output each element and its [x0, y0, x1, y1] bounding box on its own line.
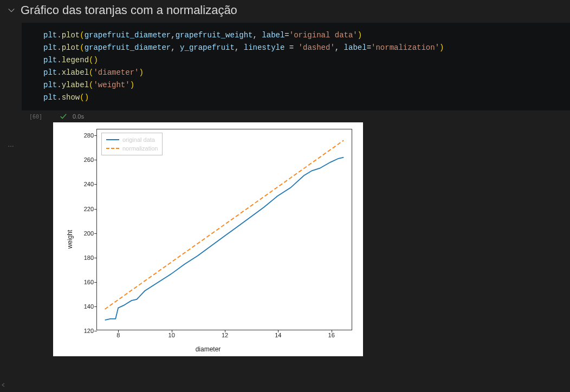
code-token: xlabel	[62, 68, 89, 77]
code-token: plt	[43, 81, 57, 89]
code-token: (	[80, 93, 84, 102]
code-token: legend	[62, 56, 89, 64]
code-token: =	[367, 43, 371, 52]
check-icon	[60, 113, 67, 120]
code-token: plt	[43, 93, 57, 102]
more-icon[interactable]: …	[8, 141, 14, 148]
code-token: label	[344, 43, 367, 52]
x-axis-label: diameter	[196, 345, 221, 353]
code-token: )	[93, 56, 98, 64]
code-token: .	[57, 43, 61, 52]
code-token: )	[85, 93, 89, 102]
legend-entry: original data	[106, 135, 158, 144]
code-token: plt	[43, 56, 57, 64]
code-token: grapefruit_weight	[176, 31, 253, 40]
execution-count: [60]	[29, 114, 42, 120]
code-token: ,	[171, 43, 175, 52]
code-token: y_grapefruit	[180, 43, 235, 52]
code-token: label	[262, 31, 284, 40]
code-token: =	[289, 43, 294, 52]
code-token: =	[284, 31, 289, 40]
cell-title: Gráfico das toranjas com a normalização	[21, 3, 237, 17]
code-token: ,	[253, 31, 257, 40]
code-token: grapefruit_diameter	[85, 31, 171, 40]
legend-swatch-solid	[106, 136, 119, 143]
code-token: ,	[335, 43, 339, 52]
code-token: )	[439, 43, 444, 52]
execution-time: 0.0s	[73, 113, 84, 120]
code-token: .	[57, 56, 61, 64]
code-token	[294, 43, 298, 52]
code-token: )	[130, 81, 134, 89]
code-token: .	[57, 68, 61, 77]
legend-box: original data normalization	[101, 133, 163, 155]
code-token: .	[57, 93, 61, 102]
code-token: 'diameter'	[93, 68, 139, 77]
legend-swatch-dashed	[106, 145, 119, 152]
code-token: plot	[62, 43, 80, 52]
code-token: (	[80, 43, 84, 52]
code-token: grapefruit_diameter	[85, 43, 171, 52]
code-token: 'weight'	[93, 81, 129, 89]
legend-label: normalization	[122, 144, 158, 153]
y-axis-label: weight	[66, 230, 74, 249]
code-token: (	[80, 31, 84, 40]
code-token: 'dashed'	[299, 43, 335, 52]
code-token: show	[62, 93, 80, 102]
code-token: )	[139, 68, 143, 77]
code-token: plt	[43, 31, 57, 40]
code-token: .	[57, 31, 61, 40]
quote-handle-icon[interactable]	[1, 382, 5, 388]
code-token: .	[57, 81, 61, 89]
code-token: plt	[43, 43, 57, 52]
code-token	[339, 43, 344, 52]
chevron-down-icon[interactable]	[8, 6, 15, 14]
code-token: ylabel	[62, 81, 89, 89]
legend-entry: normalization	[106, 144, 158, 153]
chart-svg	[97, 129, 352, 330]
code-token: plt	[43, 68, 57, 77]
plot-area: original data normalization 120140160180…	[96, 129, 352, 330]
code-block[interactable]: plt.plot(grapefruit_diameter,grapefruit_…	[22, 23, 570, 110]
cell-body: plt.plot(grapefruit_diameter,grapefruit_…	[0, 23, 570, 356]
code-token	[284, 43, 289, 52]
code-token: plot	[62, 31, 80, 40]
code-token: )	[358, 31, 362, 40]
code-token: ,	[171, 31, 175, 40]
code-token	[239, 43, 243, 52]
execution-status-row: [60] 0.0s	[22, 110, 570, 122]
code-token	[176, 43, 180, 52]
code-token: 'original data'	[289, 31, 358, 40]
legend-label: original data	[122, 135, 155, 144]
code-token: 'normalization'	[371, 43, 439, 52]
cell-header[interactable]: Gráfico das toranjas com a normalização	[0, 0, 570, 23]
chart-output: weight diameter original data normalizat…	[53, 122, 363, 356]
code-token: linestyle	[244, 43, 285, 52]
